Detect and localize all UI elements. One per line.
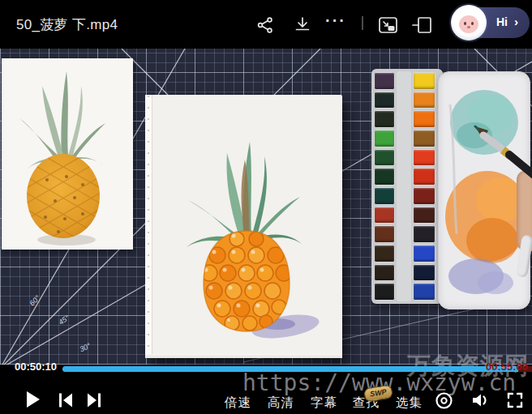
video-canvas[interactable]: 60° 45° 30°: [0, 49, 532, 365]
paint-pan: [413, 168, 435, 186]
watercolor-pineapple-painting: [165, 117, 320, 352]
sketchbook-page-edges: [145, 354, 342, 358]
paint-pan: [413, 207, 435, 224]
picture-in-picture-icon[interactable]: [377, 15, 399, 36]
palette-right-column: [413, 72, 435, 301]
photo-pineapple-drawing: [2, 58, 133, 250]
paint-pan: [374, 130, 395, 147]
paint-pan: [413, 149, 435, 167]
paint-pan: [413, 245, 435, 262]
paint-pan: [413, 264, 435, 282]
paint-pan: [374, 283, 395, 301]
paint-pan: [413, 225, 435, 243]
paint-pan: [374, 168, 395, 186]
header-divider: [362, 16, 363, 30]
next-button[interactable]: [85, 391, 103, 409]
avatar-mouth: [467, 26, 470, 28]
chevron-right-icon[interactable]: ›: [514, 15, 518, 28]
paint-pan: [374, 187, 395, 205]
paint-pan: [374, 110, 395, 128]
paint-pan: [413, 283, 435, 301]
avatar-eye: [464, 22, 466, 25]
quality-button[interactable]: 高清: [268, 395, 294, 412]
paint-pan: [374, 149, 395, 167]
duration-time: 00:55:00: [486, 361, 528, 373]
palette-left-column: [374, 72, 395, 301]
paint-pan: [374, 92, 395, 109]
play-button[interactable]: [22, 389, 43, 410]
current-time: 00:50:10: [15, 361, 57, 373]
video-player: 50_菠萝 下.mp4 ··· Hi ›: [0, 0, 532, 414]
paint-pan: [374, 207, 395, 224]
paint-pan: [374, 225, 395, 243]
paint-pan: [374, 264, 395, 282]
paint-pan: [413, 187, 435, 205]
paint-pan: [413, 92, 435, 109]
avatar-eye: [471, 22, 474, 25]
palette-divider: [397, 71, 411, 301]
more-icon[interactable]: ···: [325, 11, 346, 30]
cast-screen-icon[interactable]: [412, 15, 434, 35]
assistant-label[interactable]: Hi: [496, 15, 508, 28]
paint-pan: [413, 110, 435, 128]
watercolor-palette-box: [371, 69, 443, 304]
sketchbook: [145, 95, 342, 358]
previous-button[interactable]: [57, 391, 75, 409]
volume-icon[interactable]: [470, 391, 491, 410]
paint-pan: [413, 130, 435, 147]
sketchbook-spine: [145, 95, 152, 358]
pineapple-reference-photo: [2, 58, 133, 250]
paint-pan: [374, 245, 395, 262]
paint-pan: [413, 72, 435, 90]
fullscreen-icon[interactable]: [506, 391, 524, 409]
share-icon[interactable]: [255, 15, 275, 35]
speed-button[interactable]: 倍速: [225, 395, 251, 412]
video-title: 50_菠萝 下.mp4: [16, 15, 118, 34]
paint-pan: [374, 72, 395, 90]
record-icon[interactable]: [435, 391, 453, 410]
avatar-face: [459, 15, 478, 33]
subtitle-button[interactable]: 字幕: [311, 395, 337, 412]
episodes-button[interactable]: 选集: [396, 395, 423, 412]
assistant-avatar-icon[interactable]: [451, 5, 487, 41]
download-icon[interactable]: [293, 15, 312, 35]
paintbrush: [438, 117, 532, 235]
